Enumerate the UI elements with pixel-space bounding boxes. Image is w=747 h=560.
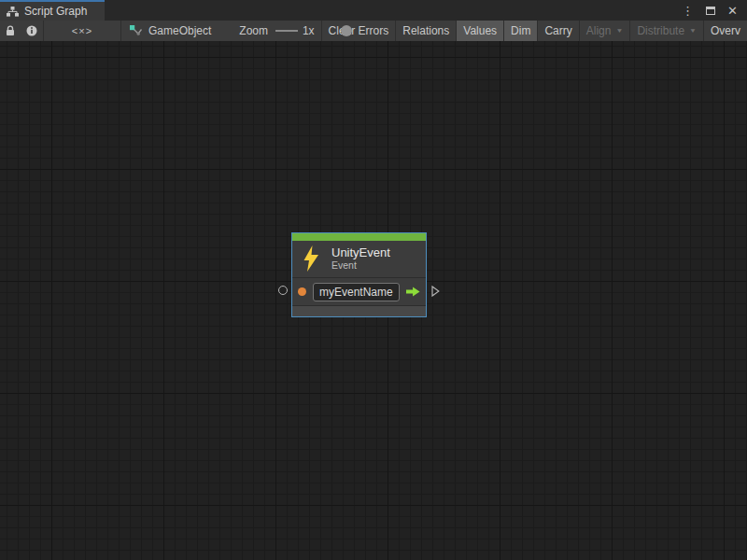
chevron-down-icon: ▼	[615, 27, 623, 34]
trigger-input-port[interactable]	[278, 286, 288, 295]
tab-bar: Script Graph ⋮ ✕	[0, 0, 747, 21]
zoom-slider[interactable]	[275, 25, 298, 36]
chevron-down-icon: ▼	[689, 27, 697, 34]
graph-hierarchy-icon	[7, 7, 19, 17]
maximize-icon[interactable]	[706, 7, 715, 15]
overview-button[interactable]: Overv	[704, 21, 747, 41]
relations-button[interactable]: Relations	[396, 21, 456, 41]
info-button[interactable]	[21, 21, 43, 41]
unity-event-node[interactable]: UnityEvent Event	[291, 232, 427, 317]
zoom-value: 1x	[303, 24, 315, 37]
node-footer	[292, 306, 426, 316]
graph-canvas[interactable]: UnityEvent Event	[0, 41, 747, 560]
zoom-slider-handle[interactable]	[341, 25, 352, 36]
clear-errors-button[interactable]: Clear Errors	[322, 21, 396, 41]
dim-toggle-button[interactable]: Dim	[504, 21, 537, 41]
zoom-label: Zoom	[239, 24, 268, 37]
event-name-value-port[interactable]	[298, 287, 306, 296]
carry-button[interactable]: Carry	[538, 21, 578, 41]
distribute-label: Distribute	[637, 24, 684, 37]
close-icon[interactable]: ✕	[727, 5, 738, 17]
window-menu-icon[interactable]: ⋮	[682, 5, 694, 17]
distribute-dropdown-button[interactable]: Distribute ▼	[630, 21, 703, 41]
node-subtitle: Event	[331, 259, 390, 272]
script-graph-asset-icon	[130, 25, 142, 36]
info-icon	[26, 25, 37, 36]
node-titles: UnityEvent Event	[331, 245, 390, 272]
graph-target-label: GameObject	[148, 24, 211, 37]
node-header[interactable]: UnityEvent Event	[292, 241, 426, 277]
align-label: Align	[586, 24, 612, 37]
script-graph-window: Script Graph ⋮ ✕ <×>	[0, 0, 747, 560]
tab-title: Script Graph	[24, 5, 87, 18]
node-body	[292, 278, 426, 305]
window-controls: ⋮ ✕	[682, 0, 747, 21]
node-title: UnityEvent	[331, 245, 390, 259]
flow-arrow-icon	[406, 286, 420, 298]
graph-target[interactable]: GameObject	[121, 24, 218, 37]
tab-script-graph[interactable]: Script Graph	[0, 0, 105, 21]
lock-icon	[6, 25, 15, 36]
zoom-slider-track	[275, 30, 298, 32]
values-toggle-button[interactable]: Values	[457, 21, 503, 41]
align-dropdown-button[interactable]: Align ▼	[580, 21, 630, 41]
event-name-input[interactable]	[313, 283, 400, 301]
trigger-output-port[interactable]	[431, 286, 440, 297]
lightning-bolt-icon	[303, 245, 319, 272]
graph-toolbar: <×> GameObject Zoom 1x Clear Errors Rela…	[0, 21, 747, 41]
code-view-toggle-button[interactable]: <×>	[44, 21, 120, 41]
node-accent-bar	[292, 233, 426, 241]
lock-button[interactable]	[0, 21, 21, 41]
